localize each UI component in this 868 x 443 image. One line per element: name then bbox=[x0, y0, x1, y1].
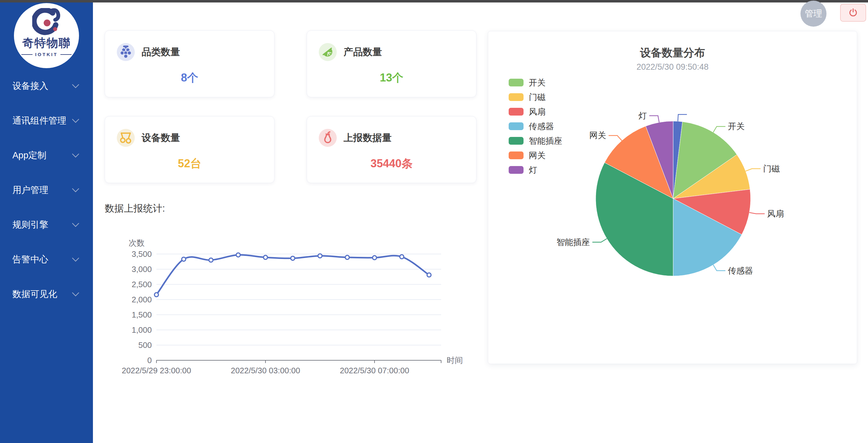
pear-icon bbox=[319, 129, 337, 147]
logo-rule-right bbox=[60, 54, 71, 55]
sidebar-item[interactable]: 规则引擎 bbox=[0, 208, 93, 242]
stat-card-products: 产品数量 13个 bbox=[307, 30, 476, 97]
card-value: 52台 bbox=[105, 156, 274, 171]
pie-slice-label: 开关 bbox=[728, 122, 745, 131]
card-title: 品类数量 bbox=[142, 45, 180, 59]
svg-text:2022/5/30 03:00:00: 2022/5/30 03:00:00 bbox=[231, 366, 300, 375]
legend-label: 传感器 bbox=[529, 121, 554, 132]
stat-card-devices: 设备数量 52台 bbox=[105, 116, 275, 183]
card-head: 产品数量 bbox=[319, 43, 382, 61]
card-title: 上报数据量 bbox=[344, 131, 392, 145]
sidebar-item[interactable]: 数据可见化 bbox=[0, 277, 93, 312]
legend-label: 风扇 bbox=[529, 106, 546, 118]
svg-text:0: 0 bbox=[148, 356, 152, 365]
legend-label: 门磁 bbox=[529, 92, 546, 103]
pie-slice-label: 灯 bbox=[639, 111, 647, 121]
sidebar-item-label: App定制 bbox=[12, 149, 46, 162]
line-data-point bbox=[264, 255, 268, 259]
pie-slice-label: 传感器 bbox=[728, 266, 753, 276]
sidebar-item-label: 数据可见化 bbox=[12, 288, 57, 300]
card-head: 上报数据量 bbox=[319, 129, 392, 147]
pie-slice-label: 智能插座 bbox=[556, 238, 590, 247]
legend-item[interactable]: 开关 bbox=[509, 75, 562, 90]
card-head: 品类数量 bbox=[117, 43, 180, 61]
svg-text:2,500: 2,500 bbox=[132, 280, 152, 289]
sidebar-menu: 设备接入通讯组件管理App定制用户管理规则引擎告警中心数据可见化 bbox=[0, 69, 93, 312]
legend-label: 开关 bbox=[529, 77, 546, 88]
sidebar-item[interactable]: 告警中心 bbox=[0, 242, 93, 277]
chevron-down-icon bbox=[72, 292, 79, 297]
stat-card-categories: 品类数量 8个 bbox=[105, 30, 275, 97]
legend-item[interactable]: 灯 bbox=[509, 163, 562, 177]
legend-label: 灯 bbox=[529, 164, 537, 176]
line-data-point bbox=[345, 255, 349, 259]
logout-button[interactable] bbox=[840, 4, 866, 22]
cherry-icon bbox=[117, 129, 135, 147]
top-strip bbox=[0, 0, 868, 2]
sidebar-item[interactable]: 用户管理 bbox=[0, 173, 93, 208]
line-data-point bbox=[318, 254, 322, 258]
legend-swatch bbox=[509, 166, 524, 174]
legend-swatch bbox=[509, 137, 524, 145]
chevron-down-icon bbox=[72, 257, 79, 262]
sidebar-item-label: 用户管理 bbox=[12, 184, 48, 196]
dashboard-page: 奇特物聯 IOTKIT 设备接入通讯组件管理App定制用户管理规则引擎告警中心数… bbox=[0, 0, 868, 443]
line-data-point bbox=[155, 293, 159, 297]
app-logo: 奇特物聯 IOTKIT bbox=[14, 3, 79, 68]
pie-slice-label: 门磁 bbox=[763, 164, 780, 173]
svg-text:500: 500 bbox=[138, 341, 152, 350]
legend-swatch bbox=[509, 122, 524, 130]
sidebar-item-label: 告警中心 bbox=[12, 253, 48, 266]
legend-item[interactable]: 传感器 bbox=[509, 119, 562, 133]
sidebar-item[interactable]: 通讯组件管理 bbox=[0, 103, 93, 138]
line-data-point bbox=[400, 255, 404, 259]
logo-rule-left bbox=[21, 54, 33, 55]
chevron-down-icon bbox=[72, 84, 79, 89]
pie-legend: 开关门磁风扇传感器智能插座网关灯 bbox=[509, 75, 562, 177]
chevron-down-icon bbox=[72, 119, 79, 123]
logo-title: 奇特物聯 bbox=[22, 37, 71, 49]
line-data-point bbox=[291, 256, 295, 260]
svg-text:次数: 次数 bbox=[129, 238, 145, 248]
legend-swatch bbox=[509, 79, 524, 87]
avatar[interactable]: 管理 bbox=[801, 1, 827, 27]
line-data-point bbox=[236, 253, 240, 257]
legend-label: 网关 bbox=[529, 150, 546, 161]
legend-label: 智能插座 bbox=[529, 135, 562, 147]
line-data-point bbox=[209, 258, 213, 262]
sidebar-item-label: 通讯组件管理 bbox=[12, 115, 66, 127]
card-title: 产品数量 bbox=[344, 45, 382, 59]
card-value: 8个 bbox=[105, 70, 274, 86]
line-data-point bbox=[373, 256, 377, 260]
card-value: 35440条 bbox=[307, 156, 476, 171]
svg-text:时间: 时间 bbox=[447, 356, 463, 365]
svg-text:1,500: 1,500 bbox=[132, 310, 152, 319]
report-line-chart: 05001,0001,5002,0002,5003,0003,500次数2022… bbox=[110, 234, 483, 389]
card-title: 设备数量 bbox=[142, 131, 180, 145]
chevron-down-icon bbox=[72, 188, 79, 193]
avatar-label: 管理 bbox=[805, 8, 822, 20]
sidebar-item[interactable]: 设备接入 bbox=[0, 69, 93, 103]
stat-card-reported-data: 上报数据量 35440条 bbox=[307, 116, 476, 183]
logo-subtitle: IOTKIT bbox=[21, 52, 71, 57]
legend-item[interactable]: 门磁 bbox=[509, 90, 562, 104]
line-data-point bbox=[427, 273, 431, 277]
pie-slice-label: 网关 bbox=[590, 131, 606, 140]
legend-swatch bbox=[509, 93, 524, 101]
power-icon bbox=[848, 8, 858, 18]
logo-rabbit-icon bbox=[32, 8, 61, 37]
sidebar-item[interactable]: App定制 bbox=[0, 138, 93, 173]
legend-item[interactable]: 智能插座 bbox=[509, 133, 562, 148]
sidebar-item-label: 设备接入 bbox=[12, 80, 48, 92]
sidebar-item-label: 规则引擎 bbox=[12, 219, 48, 231]
svg-text:1,000: 1,000 bbox=[132, 325, 152, 335]
svg-text:3,000: 3,000 bbox=[132, 264, 152, 274]
line-chart-section-title: 数据上报统计: bbox=[105, 202, 165, 215]
legend-item[interactable]: 网关 bbox=[509, 148, 562, 163]
chevron-down-icon bbox=[72, 223, 79, 227]
legend-item[interactable]: 风扇 bbox=[509, 104, 562, 119]
grapes-icon bbox=[117, 43, 135, 61]
legend-swatch bbox=[509, 108, 524, 116]
svg-text:2,000: 2,000 bbox=[132, 295, 152, 304]
line-data-point bbox=[182, 257, 186, 261]
